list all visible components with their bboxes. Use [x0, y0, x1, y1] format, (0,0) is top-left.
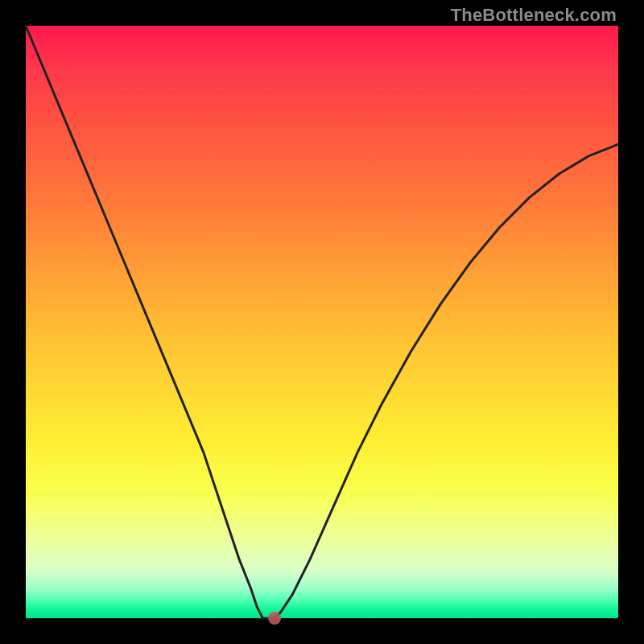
- curve-svg: [26, 26, 618, 618]
- plot-area: [26, 26, 618, 618]
- chart-frame: TheBottleneck.com: [0, 0, 644, 644]
- bottleneck-curve: [26, 26, 618, 618]
- watermark-text: TheBottleneck.com: [451, 5, 617, 26]
- minimum-marker: [268, 612, 281, 625]
